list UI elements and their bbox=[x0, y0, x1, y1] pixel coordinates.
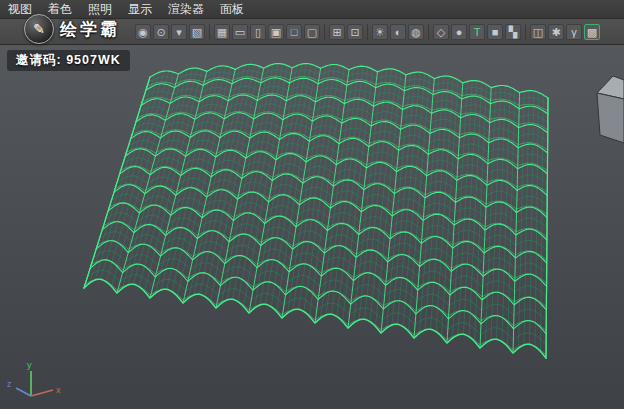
viewport-3d[interactable] bbox=[0, 44, 624, 409]
maya-viewport-window: yxz 视图着色照明显示渲染器面板 ◉⊙▾▧▦▭▯▣□▢⊞⊡☀◐◍◇●T■▚◫✱… bbox=[0, 0, 624, 409]
panel-toolbar-icons: ◉⊙▾▧▦▭▯▣□▢⊞⊡☀◐◍◇●T■▚◫✱γ▩ bbox=[0, 19, 624, 45]
textured-icon[interactable]: T bbox=[469, 24, 485, 40]
toolbar-separator bbox=[525, 24, 526, 40]
bookmark-icon[interactable]: ▾ bbox=[171, 24, 187, 40]
menu-item-5[interactable]: 渲染器 bbox=[160, 0, 212, 18]
exposure-icon[interactable]: ✱ bbox=[548, 24, 564, 40]
menu-item-2[interactable]: 着色 bbox=[40, 0, 80, 18]
gamma-icon[interactable]: γ bbox=[566, 24, 582, 40]
frame-selected-icon[interactable]: ⊡ bbox=[347, 24, 363, 40]
wireframe-icon[interactable]: ◇ bbox=[433, 24, 449, 40]
menu-item-3[interactable]: 照明 bbox=[80, 0, 120, 18]
isolate-select-icon[interactable]: ▩ bbox=[584, 24, 600, 40]
menu-item-1[interactable]: 视图 bbox=[0, 0, 40, 18]
resolution-gate-icon[interactable]: ▯ bbox=[250, 24, 266, 40]
shaded-icon[interactable]: ● bbox=[451, 24, 467, 40]
default-material-icon[interactable]: ■ bbox=[487, 24, 503, 40]
checker-icon[interactable]: ▚ bbox=[505, 24, 521, 40]
safe-title-icon[interactable]: ▢ bbox=[304, 24, 320, 40]
occlusion-icon[interactable]: ◍ bbox=[408, 24, 424, 40]
frame-all-icon[interactable]: ⊞ bbox=[329, 24, 345, 40]
film-gate-icon[interactable]: ▭ bbox=[232, 24, 248, 40]
image-plane-icon[interactable]: ▧ bbox=[189, 24, 205, 40]
gate-mask-icon[interactable]: ▣ bbox=[268, 24, 284, 40]
toolbar-separator bbox=[428, 24, 429, 40]
shadows-icon[interactable]: ◐ bbox=[390, 24, 406, 40]
grid-icon[interactable]: ▦ bbox=[214, 24, 230, 40]
lock-camera-icon[interactable]: ⊙ bbox=[153, 24, 169, 40]
panel-menu-bar: 视图着色照明显示渲染器面板 bbox=[0, 0, 624, 19]
menu-item-6[interactable]: 面板 bbox=[212, 0, 252, 18]
toolbar-separator bbox=[324, 24, 325, 40]
lighting-icon[interactable]: ☀ bbox=[372, 24, 388, 40]
xray-icon[interactable]: ◫ bbox=[530, 24, 546, 40]
menu-item-4[interactable]: 显示 bbox=[120, 0, 160, 18]
toolbar-separator bbox=[209, 24, 210, 40]
safe-action-icon[interactable]: □ bbox=[286, 24, 302, 40]
camera-icon[interactable]: ◉ bbox=[135, 24, 151, 40]
toolbar-separator bbox=[367, 24, 368, 40]
